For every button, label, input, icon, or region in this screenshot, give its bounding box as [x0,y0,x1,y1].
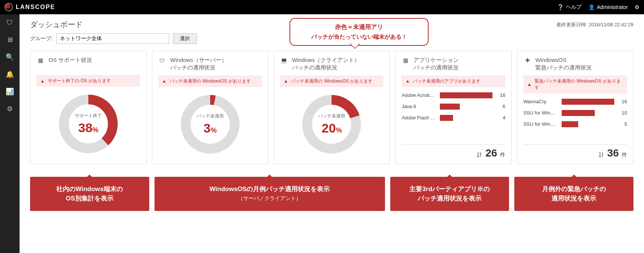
bar-value: 16 [496,92,505,98]
callout-emergency: 月例外の緊急パッチの 適用状況を表示 [514,177,633,211]
brand: LANSCOPE [5,3,55,11]
laptop-icon: 💻 [280,56,288,65]
bar-value: 16 [618,99,627,104]
callout-3rdparty: 主要3rdパーティアプリ※の パッチ適用状況を表示 [390,177,509,211]
settings-menu[interactable]: ⚙ [635,4,639,10]
warning-icon: ▲ [40,78,45,84]
card-windows-client[interactable]: 💻 Windows（クライアント） パッチの適用状況 ▲ パッチ未適用の Win… [274,51,390,164]
alert-banner: ▲ パッチ未適用のアプリがあります [402,75,505,87]
bar-value: 10 [618,110,627,116]
warning-icon: ▲ [284,78,288,84]
bar-label: Java 8 [402,104,436,109]
card-title: ▦ OS サポート状況 [36,56,140,71]
bar-row: Java 86 [402,104,505,110]
user-menu[interactable]: 👤 Administrator [588,4,628,10]
user-icon: 👤 [588,4,595,10]
group-label: グループ: [30,35,53,42]
card-title: 💻 Windows（クライアント） パッチの適用状況 [280,56,384,72]
card-title: ▦ アプリケーション パッチの適用状況 [402,56,505,72]
warning-icon: ▲ [527,82,532,87]
bar-track [562,121,614,127]
nav-search-icon[interactable]: 🔍 [5,53,14,62]
bar-chart-emergency: WannaCry16SSU for Win…10SSU for Win…5 [523,99,627,127]
alert-banner: ▲ 緊急パッチ未適用の WindowsOS があります [523,75,627,93]
topbar: LANSCOPE ❔ ヘルプ 👤 Administrator ⚙ [0,0,644,14]
card-windows-server[interactable]: 🛡 Windows（サーバー） パッチの適用状況 ▲ パッチ未適用の Windo… [152,51,268,164]
card-emergency[interactable]: ✚ WindowsOS 緊急パッチの適用状況 ▲ 緊急パッチ未適用の Windo… [517,51,633,164]
bar-label: Adobe Flash … [402,115,436,120]
warning-icon: ▲ [405,78,410,84]
bar-label: SSU for Win… [523,121,558,127]
bar-track [562,99,614,105]
nav-chart-icon[interactable]: 📊 [5,87,14,96]
help-link[interactable]: ❔ ヘルプ [557,4,582,11]
brand-logo-icon [5,3,13,11]
bar-row: SSU for Win…5 [523,121,627,127]
bar-label: WannaCry [523,99,558,104]
bar-row: WannaCry16 [523,99,627,105]
bar-row: SSU for Win…10 [523,110,627,116]
cards-row: ▦ OS サポート状況 ▲ サポート終了の OS があります サポート終了 38… [30,51,633,164]
brand-text: LANSCOPE [16,4,55,11]
alert-banner: ▲ パッチ未適用の WindowsOS があります [158,75,262,87]
alert-banner: ▲ サポート終了の OS があります [36,75,140,87]
user-label: Administrator [597,4,628,10]
warning-icon: ▲ [162,78,167,84]
grid-icon: ▦ [402,56,410,65]
callouts-row: 社内のWindows端末の OS別集計を表示 WindowsOSの月例パッチ適用… [30,177,633,211]
group-input[interactable] [56,33,169,44]
card-os-support[interactable]: ▦ OS サポート状況 ▲ サポート終了の OS があります サポート終了 38… [30,51,147,164]
help-label: ヘルプ [566,4,582,11]
callout-os: 社内のWindows端末の OS別集計を表示 [30,177,149,211]
bubble-line2: パッチが当たっていない端末がある！ [297,33,421,41]
nav-shield-icon[interactable]: 🛡 [5,18,14,27]
bar-track [440,115,492,121]
bar-value: 6 [496,104,505,109]
bar-row: Adobe Flash …4 [402,115,505,121]
callout-monthly: WindowsOSの月例パッチ適用状況を表示 （サーバ／クライアント） [155,177,385,211]
windows-icon: ▦ [36,56,45,65]
bar-track [440,104,492,110]
nav-bell-icon[interactable]: 🔔 [5,70,14,79]
bar-track [440,92,492,98]
total-row: 計 36 件 [523,145,627,159]
gear-icon: ⚙ [635,4,639,10]
page-title: ダッシュボード [30,20,83,30]
topbar-right: ❔ ヘルプ 👤 Administrator ⚙ [557,4,639,11]
select-button[interactable]: 選択 [173,33,197,44]
card-title: 🛡 Windows（サーバー） パッチの適用状況 [158,56,262,72]
help-icon: ❔ [557,4,564,10]
patch-icon: ✚ [523,56,532,65]
bar-value: 4 [496,115,505,120]
bar-chart-app: Adobe Acrob…16Java 86Adobe Flash …4 [402,92,505,121]
annotation-bubble: 赤色＝未適用アリ パッチが当たっていない端末がある！ [289,18,429,46]
nav-monitor-icon[interactable]: 🖥 [5,35,14,44]
bar-label: SSU for Win… [523,110,558,116]
total-row: 計 26 件 [402,145,505,159]
server-shield-icon: 🛡 [158,56,167,65]
donut-chart-os: サポート終了 38% [56,92,120,156]
bar-label: Adobe Acrob… [402,92,436,98]
updated-timestamp: 最終更新日時: 2018/11/08 22:42:29 [556,21,633,28]
main-content: ダッシュボード 最終更新日時: 2018/11/08 22:42:29 グループ… [20,14,644,253]
nav-settings-icon[interactable]: ⚙ [5,104,14,113]
alert-banner: ▲ パッチ未適用の WindowsOS があります [280,75,384,87]
bar-row: Adobe Acrob…16 [402,92,505,98]
donut-chart-server: パッチ未適用 3% [178,92,242,156]
bar-track [562,110,614,116]
sidebar: 🛡 🖥 🔍 🔔 📊 ⚙ [0,14,20,253]
donut-chart-client: パッチ未適用 20% [300,92,364,156]
card-title: ✚ WindowsOS 緊急パッチの適用状況 [523,56,627,72]
card-application[interactable]: ▦ アプリケーション パッチの適用状況 ▲ パッチ未適用のアプリがあります Ad… [395,51,512,164]
bubble-line1: 赤色＝未適用アリ [297,23,421,31]
bar-value: 5 [618,121,627,127]
